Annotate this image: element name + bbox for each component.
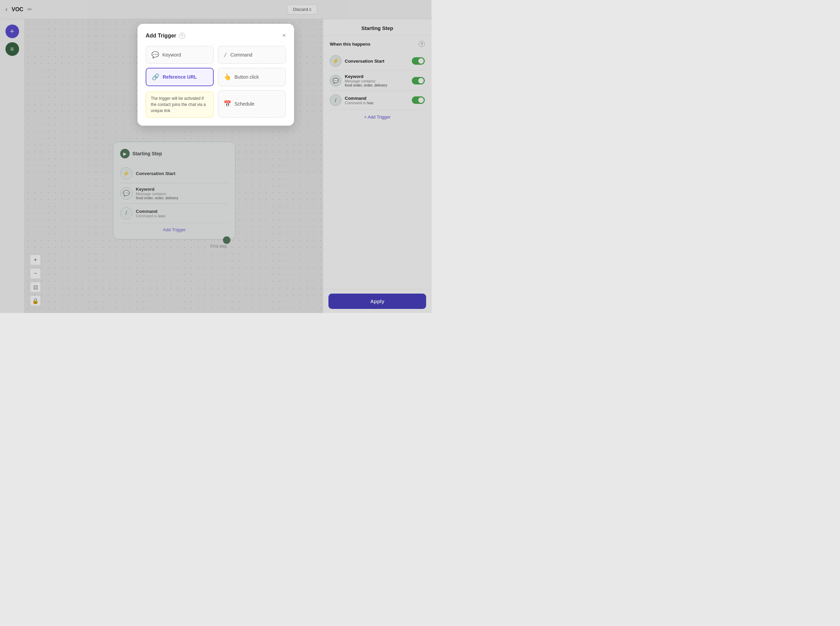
trigger-options-grid: 💬 Keyword / Command 🔗 Reference URL 👆 Bu… — [146, 46, 286, 117]
reference-url-option-icon: 🔗 — [152, 73, 159, 81]
reference-url-tooltip: The trigger will be activated if the con… — [146, 92, 214, 117]
command-option-label: Command — [230, 52, 253, 58]
keyword-option-icon: 💬 — [151, 51, 159, 59]
keyword-option-label: Keyword — [162, 52, 181, 58]
trigger-option-keyword[interactable]: 💬 Keyword — [146, 46, 214, 64]
schedule-option-label: Schedule — [234, 101, 254, 106]
modal-help-icon[interactable]: ? — [179, 33, 185, 39]
button-click-option-icon: 👆 — [223, 73, 231, 81]
trigger-option-reference-url[interactable]: 🔗 Reference URL — [146, 68, 214, 86]
trigger-option-button-click[interactable]: 👆 Button click — [218, 68, 286, 86]
modal-overlay: Add Trigger ? × 💬 Keyword / Command 🔗 Re… — [0, 0, 432, 313]
add-trigger-modal: Add Trigger ? × 💬 Keyword / Command 🔗 Re… — [137, 24, 294, 126]
command-option-icon: / — [223, 52, 227, 58]
trigger-option-command[interactable]: / Command — [218, 46, 286, 64]
schedule-option-icon: 📅 — [223, 100, 231, 108]
modal-close-button[interactable]: × — [282, 32, 286, 39]
modal-title: Add Trigger — [146, 33, 176, 39]
modal-header: Add Trigger ? × — [146, 32, 286, 39]
modal-title-row: Add Trigger ? — [146, 33, 185, 39]
button-click-option-label: Button click — [234, 74, 259, 80]
reference-url-option-label: Reference URL — [163, 74, 197, 80]
trigger-option-schedule[interactable]: 📅 Schedule — [218, 90, 286, 117]
